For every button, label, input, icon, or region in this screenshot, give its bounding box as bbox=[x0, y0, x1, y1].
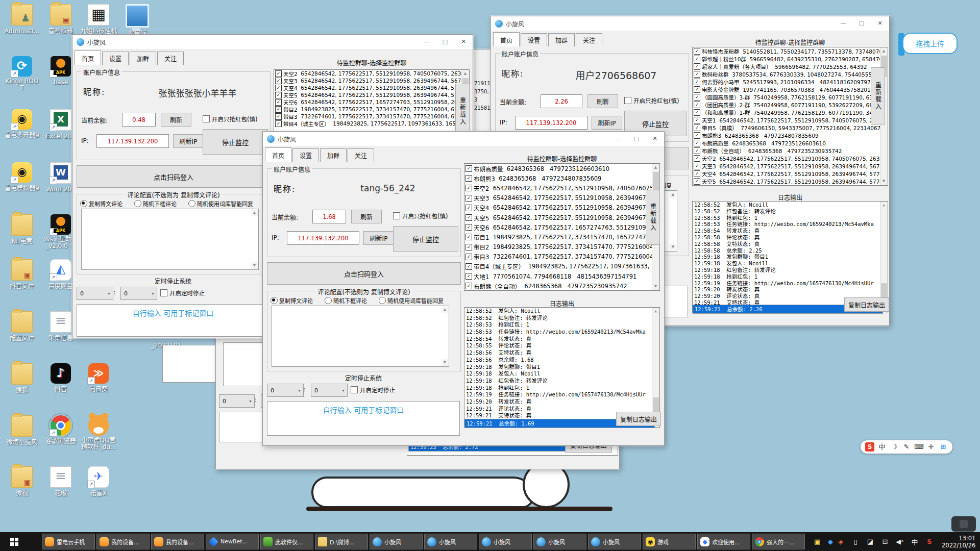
stop-monitor-button[interactable]: 停止监控 bbox=[203, 129, 268, 155]
watch-list-row[interactable]: 布朗熊3 6248365368 4797234807835609 bbox=[464, 173, 652, 183]
checkbox-checked-icon[interactable] bbox=[275, 85, 282, 91]
comment-textarea[interactable] bbox=[272, 306, 449, 367]
checkbox-checked-icon[interactable] bbox=[694, 140, 700, 146]
reload-vertical-button[interactable]: 重新载入 bbox=[871, 67, 885, 124]
radio-icon[interactable] bbox=[325, 297, 332, 304]
checkbox-checked-icon[interactable] bbox=[694, 109, 700, 116]
tray-icon[interactable]: ◆ bbox=[825, 538, 836, 545]
watch-list-row[interactable]: 天空3 6542846542, 1775622517, 5512910958, … bbox=[464, 193, 652, 203]
watch-list-row[interactable]: 天空3 6542846542, 1775622517, 5512910958, … bbox=[274, 77, 462, 84]
window-xiaoxuanfeng-front[interactable]: 小旋风 — □ ✕ 首页 设置 加群 关注 账户账户信息 昵称: tang-56… bbox=[262, 131, 665, 446]
stop-monitor-button[interactable]: 停止监控 bbox=[393, 226, 458, 252]
timer-minute-select[interactable]: 0 bbox=[120, 287, 157, 300]
radio-icon[interactable] bbox=[271, 297, 278, 304]
refresh-ip-button[interactable]: 刷新IP bbox=[363, 231, 394, 245]
watch-list-row[interactable]: （和和高质量）1-群 7540249958, 7762158129, 60771… bbox=[693, 109, 880, 116]
taskbar-button[interactable]: 游戏 bbox=[643, 534, 696, 549]
taskbar-button[interactable]: 小旋风 bbox=[588, 534, 641, 549]
scan-login-button[interactable]: 点击扫码登入 bbox=[77, 165, 271, 188]
checkbox-checked-icon[interactable] bbox=[694, 132, 700, 139]
minimize-button[interactable]: — bbox=[609, 132, 627, 146]
ime-icon[interactable]: 中 bbox=[877, 442, 887, 452]
scroll-up-icon[interactable] bbox=[251, 210, 258, 216]
checkbox-checked-icon[interactable] bbox=[465, 195, 472, 202]
taskbar-button[interactable]: NewBet... bbox=[206, 534, 259, 549]
watch-list[interactable]: 布朗高质量 6248365368 4797235126603610布朗熊3 62… bbox=[464, 163, 660, 291]
checkbox-box[interactable] bbox=[351, 386, 358, 393]
watch-list-row[interactable]: 天空6 6542846542, 1775622517, 1657274763, … bbox=[274, 98, 462, 106]
radio-icon[interactable] bbox=[379, 297, 386, 304]
watch-list-row[interactable]: 何去野的小马甲 5245517993, 2101096334 482411816… bbox=[693, 78, 880, 86]
desktop-icon[interactable]: 此电脑 bbox=[119, 4, 156, 37]
comment-textarea[interactable] bbox=[81, 209, 259, 270]
titlebar[interactable]: 小旋风 — □ ✕ bbox=[491, 16, 889, 31]
checkbox-checked-icon[interactable] bbox=[465, 244, 472, 251]
desktop-icon[interactable]: 抖音文件 bbox=[4, 259, 40, 290]
desktop-icon[interactable]: 九姐科技挂机 bbox=[80, 4, 117, 35]
tab-settings[interactable]: 设置 bbox=[292, 148, 319, 162]
redpacket-only-checkbox[interactable]: 开启只抢红包(慎) bbox=[624, 96, 679, 105]
checkbox-box[interactable] bbox=[203, 115, 210, 122]
refresh-ip-button[interactable]: 刷新IP bbox=[173, 134, 204, 148]
taskbar-button[interactable]: 小旋风 bbox=[424, 534, 477, 549]
checkbox-checked-icon[interactable] bbox=[275, 92, 282, 98]
ime-toolbar[interactable]: S中☽✎⌨✚⊞ bbox=[861, 440, 952, 454]
scroll-down-icon[interactable] bbox=[880, 178, 887, 185]
watch-list-row[interactable]: （圆圆高质量）3-群 7540249958, 7762158129, 60771… bbox=[693, 93, 880, 101]
watch-list-row[interactable]: 带目2 1984923825, 1775622517, 3734157470, … bbox=[464, 242, 652, 252]
desktop-icon[interactable]: 雷电多开器9 bbox=[4, 109, 40, 139]
ip-value[interactable]: 117.139.132.200 bbox=[515, 116, 587, 130]
watch-list-row[interactable]: 天空5 6542846542, 1775622517, 5512910958, … bbox=[274, 91, 462, 98]
taskbar-clock[interactable]: 13:01 2022/10/26 bbox=[942, 535, 975, 549]
maximize-button[interactable]: □ bbox=[436, 35, 454, 49]
maximize-button[interactable]: □ bbox=[852, 16, 871, 31]
radio-copy-comment[interactable]: 复制博文评论 bbox=[271, 296, 313, 305]
watch-list-row[interactable]: 带目5（真模） 7749606150, 5943375007, 77752160… bbox=[693, 124, 880, 132]
ip-value[interactable]: 117.139.132.200 bbox=[287, 231, 359, 245]
titlebar[interactable]: 小旋风 — □ ✕ bbox=[263, 132, 664, 146]
tab-join-group[interactable]: 加群 bbox=[130, 52, 156, 65]
desktop-icon[interactable]: Kingo ROOT bbox=[4, 56, 40, 92]
watch-list-row[interactable]: 天空5 6542846542, 1775622517, 5512910958, … bbox=[693, 178, 880, 185]
close-button[interactable]: ✕ bbox=[646, 132, 664, 146]
reload-vertical-button[interactable]: 重新载入 bbox=[646, 190, 660, 245]
checkbox-checked-icon[interactable] bbox=[465, 263, 472, 270]
checkbox-checked-icon[interactable] bbox=[694, 102, 700, 108]
checkbox-box[interactable] bbox=[393, 212, 400, 219]
checkbox-checked-icon[interactable] bbox=[465, 234, 472, 240]
taskbar-button[interactable]: 我的设备... bbox=[151, 534, 204, 549]
tray-icon[interactable]: ▣ bbox=[812, 538, 822, 545]
checkbox-checked-icon[interactable] bbox=[465, 214, 472, 221]
refresh-ip-button[interactable]: 刷新IP bbox=[592, 116, 622, 130]
watch-list-row[interactable]: 天空2 6542846542, 1775622517, 5512910958, … bbox=[464, 183, 652, 193]
watch-list-row[interactable]: 布朗高质量 6248365368 4797235126603610 bbox=[464, 164, 652, 173]
watch-list-row[interactable]: 天空5 6542846542, 1775622517, 5512910958, … bbox=[464, 213, 652, 222]
balance-value[interactable]: 1.68 bbox=[312, 210, 346, 223]
desktop-icon[interactable]: 喜马拉雅 bbox=[42, 4, 79, 35]
watch-list-row[interactable]: 天空1 6542846542, 1775622517, 5512910958, … bbox=[693, 116, 880, 124]
watch-list-row[interactable]: 布朗熊（全自动） 6248365368 4797235230935742 bbox=[693, 147, 880, 155]
ime-icon[interactable]: S bbox=[865, 442, 874, 452]
watch-list-row[interactable]: 带目4（城主专区） 1984923825, 1775622517, 109736… bbox=[464, 262, 652, 271]
checkbox-checked-icon[interactable] bbox=[275, 120, 282, 127]
taskbar-button[interactable]: 雷电云手机 bbox=[42, 534, 95, 549]
checkbox-checked-icon[interactable] bbox=[694, 56, 700, 62]
ime-icon[interactable]: ⊞ bbox=[939, 442, 948, 452]
redpacket-only-checkbox[interactable]: 开启只抢红包(慎) bbox=[393, 212, 448, 220]
watch-list-row[interactable]: 超家人｜真爱粉（各大项目） 5966596482, 7770252553, 64… bbox=[693, 63, 880, 70]
tray-icon[interactable]: ◈ bbox=[836, 538, 846, 545]
refresh-balance-button[interactable]: 刷新 bbox=[587, 94, 618, 108]
radio-smart-reply[interactable]: 随机使用词库智能回复 bbox=[188, 199, 253, 208]
checkbox-checked-icon[interactable] bbox=[465, 175, 472, 182]
scroll-down-icon[interactable] bbox=[442, 359, 448, 366]
scroll-up-icon[interactable] bbox=[880, 202, 887, 209]
scroll-up-icon[interactable] bbox=[880, 48, 887, 55]
balance-value[interactable]: 2.26 bbox=[541, 94, 582, 108]
copy-log-button[interactable]: 复制日志输出 bbox=[616, 412, 661, 426]
watch-list-row[interactable]: 天空2 6542846542, 1775622517, 5512910958, … bbox=[693, 155, 880, 162]
watch-list-row[interactable]: 天空4 6542846542, 1775622517, 5512910958, … bbox=[274, 84, 462, 91]
taskbar-button[interactable]: 强大的一... bbox=[752, 534, 805, 549]
watch-list-row[interactable]: 布朗熊3 6248365368 4797234807835609 bbox=[693, 132, 880, 139]
checkbox-checked-icon[interactable] bbox=[694, 163, 700, 169]
checkbox-checked-icon[interactable] bbox=[694, 124, 700, 131]
